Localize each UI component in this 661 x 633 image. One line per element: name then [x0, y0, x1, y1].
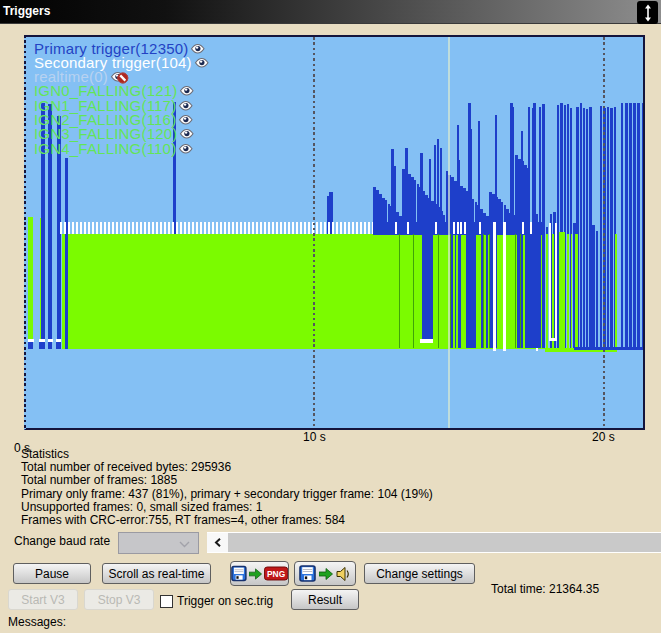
svg-text:PNG: PNG — [267, 569, 285, 579]
